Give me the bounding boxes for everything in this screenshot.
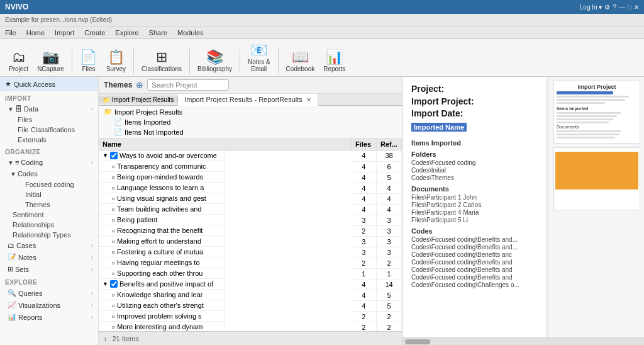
menu-modules[interactable]: Modules <box>172 28 209 38</box>
viz-arrow-icon: › <box>91 302 93 308</box>
table-row[interactable]: ○Knowledge sharing and lear45 <box>99 290 402 300</box>
table-row[interactable]: ○Recognizing that the benefit23 <box>99 225 402 236</box>
sidebar-sets[interactable]: ⊞ Sets › <box>0 263 98 275</box>
help-icon[interactable]: ? <box>613 4 616 11</box>
sidebar-notes[interactable]: 📝 Notes › <box>0 251 98 263</box>
horizontal-scrollbar[interactable] <box>402 337 644 345</box>
coding-arrow-icon: › <box>91 159 93 166</box>
top-bar: NVIVO Log In ▾ ⚙ ? — □ ✕ <box>0 0 644 14</box>
ribbon-notes[interactable]: 📧 Notes &Email <box>244 42 274 74</box>
table-row[interactable]: ○Having regular meetings to22 <box>99 257 402 268</box>
sidebar-relationships[interactable]: Relationships <box>0 220 98 230</box>
sidebar-queries[interactable]: 🔍 Queries › <box>0 287 98 299</box>
col-refs[interactable]: Ref... <box>377 139 402 150</box>
preview-page-2[interactable] <box>553 147 640 210</box>
row-files: 4 <box>352 161 377 172</box>
preview-items-imported: Items Imported <box>411 139 538 147</box>
sidebar-focused-coding[interactable]: Focused coding <box>0 179 98 189</box>
sidebar-codes[interactable]: ▼ Codes <box>0 168 98 179</box>
menu-create[interactable]: Create <box>79 28 110 38</box>
ribbon-bibliography[interactable]: 📚 Bibliography <box>194 49 236 74</box>
menu-import[interactable]: Import <box>50 28 79 38</box>
table-row[interactable]: ○Using visual signals and gest44 <box>99 193 402 204</box>
reports-arrow-icon: › <box>91 314 93 320</box>
row-checkbox[interactable] <box>110 152 118 159</box>
status-sort-icon: ↕ <box>104 335 108 342</box>
search-input[interactable] <box>147 79 229 91</box>
sidebar-sentiment[interactable]: Sentiment <box>0 210 98 220</box>
table-row[interactable]: ○Supporting each other throu11 <box>99 268 402 279</box>
table-row[interactable]: ▼Ways to avoid and-or overcome438 <box>99 150 402 162</box>
row-name: Making effort to understand <box>117 237 201 245</box>
login-button[interactable]: Log In ▾ <box>580 4 602 11</box>
table-row[interactable]: ○Improved problem solving s22 <box>99 311 402 322</box>
table-row[interactable]: ▼Benefits and positive impact of414 <box>99 279 402 290</box>
table-row[interactable]: ○Being open-minded towards45 <box>99 172 402 183</box>
row-checkbox[interactable] <box>110 280 118 288</box>
ribbon-project[interactable]: 🗂 Project <box>5 49 32 74</box>
table-row[interactable]: ○Utilizing each other's strengt45 <box>99 300 402 311</box>
table-row[interactable]: ○Transparency and communic46 <box>99 161 402 172</box>
menu-explore[interactable]: Explore <box>110 28 143 38</box>
close-button[interactable]: ✕ <box>634 4 639 11</box>
sidebar-files[interactable]: Files <box>0 115 98 125</box>
cases-icon: 🗂 <box>8 242 14 249</box>
ribbon-ncapture[interactable]: 📷 NCapture <box>33 49 68 74</box>
row-expand-icon[interactable]: ▼ <box>103 281 108 287</box>
menu-share[interactable]: Share <box>144 28 172 38</box>
minimize-button[interactable]: — <box>619 4 625 11</box>
table-row[interactable]: ○Language lessons to learn a44 <box>99 183 402 193</box>
table-row[interactable]: ○Fostering a culture of mutua33 <box>99 247 402 257</box>
row-files: 4 <box>352 183 377 193</box>
sidebar-file-classifications[interactable]: File Classifications <box>0 125 98 135</box>
table-row[interactable]: ○Making effort to understand33 <box>99 236 402 247</box>
scroll-thumb[interactable] <box>405 339 430 344</box>
sidebar-cases[interactable]: 🗂 Cases › <box>0 240 98 251</box>
status-items-count: 21 Items <box>113 335 139 342</box>
table-row[interactable]: ○Team building activities and44 <box>99 204 402 215</box>
row-files: 4 <box>352 204 377 215</box>
maximize-button[interactable]: □ <box>628 4 631 11</box>
sidebar-coding[interactable]: ▼ ≡ Coding › <box>0 157 98 168</box>
sidebar-data[interactable]: ▼ 🗄 Data › <box>0 103 98 115</box>
preview-document[interactable]: Project:Import Project:Import Date: Impo… <box>402 77 547 337</box>
preview-thumbnails[interactable]: Import Project Items Imported Documents <box>550 77 644 337</box>
row-files: 4 <box>352 300 377 311</box>
row-circle-icon: ○ <box>111 313 115 320</box>
row-name: Improved problem solving s <box>117 312 202 320</box>
tree-items-not-imported[interactable]: 📄 Items Not Imported <box>101 127 399 137</box>
col-files[interactable]: Files <box>352 139 377 150</box>
reports-sidebar-icon: 📊 <box>8 313 16 321</box>
ribbon-survey[interactable]: 📋 Survey <box>103 49 130 74</box>
viz-icon: 📈 <box>8 301 16 309</box>
menu-file[interactable]: File <box>0 28 21 38</box>
tab-close-icon[interactable]: ✕ <box>306 96 311 103</box>
ncapture-icon: 📷 <box>42 50 59 64</box>
sidebar-visualizations[interactable]: 📈 Visualizations › <box>0 299 98 311</box>
menu-home[interactable]: Home <box>21 28 50 38</box>
table-row[interactable]: ○More interesting and dynam22 <box>99 322 402 331</box>
add-theme-icon[interactable]: ⊕ <box>136 80 143 90</box>
table-row[interactable]: ○Being patient33 <box>99 215 402 225</box>
ribbon-codebook[interactable]: 📖 Codebook <box>282 49 319 74</box>
col-name[interactable]: Name <box>99 139 352 150</box>
sidebar-externals[interactable]: Externals <box>0 135 98 145</box>
sidebar-relationship-types[interactable]: Relationship Types <box>0 230 98 240</box>
preview-code-1: Codes\Focused coding\Benefits and... <box>411 236 538 243</box>
ribbon-reports[interactable]: 📊 Reports <box>319 49 349 74</box>
ribbon-classifications[interactable]: ⊞ Classifications <box>138 49 186 74</box>
sidebar-quick-access[interactable]: ★ Quick Access <box>0 77 98 91</box>
tree-items-imported[interactable]: 📄 Items Imported <box>101 117 399 127</box>
ribbon-files[interactable]: 📄 Files <box>76 49 101 74</box>
sidebar-themes[interactable]: Themes <box>0 200 98 210</box>
sidebar-reports[interactable]: 📊 Reports › <box>0 311 98 323</box>
tab-import-results[interactable]: Import Project Results - ReportResults ✕ <box>178 94 318 106</box>
row-expand-icon[interactable]: ▼ <box>103 152 108 159</box>
ribbon-reports-label: Reports <box>323 65 345 72</box>
row-files: 4 <box>352 193 377 204</box>
preview-title: Project:Import Project:Import Date: <box>411 83 538 120</box>
settings-icon[interactable]: ⚙ <box>604 4 610 11</box>
preview-page-1[interactable]: Import Project Items Imported Documents <box>553 81 640 144</box>
sidebar-initial[interactable]: Initial <box>0 189 98 200</box>
tree-root-item[interactable]: 📁 Import Project Results <box>101 107 399 116</box>
